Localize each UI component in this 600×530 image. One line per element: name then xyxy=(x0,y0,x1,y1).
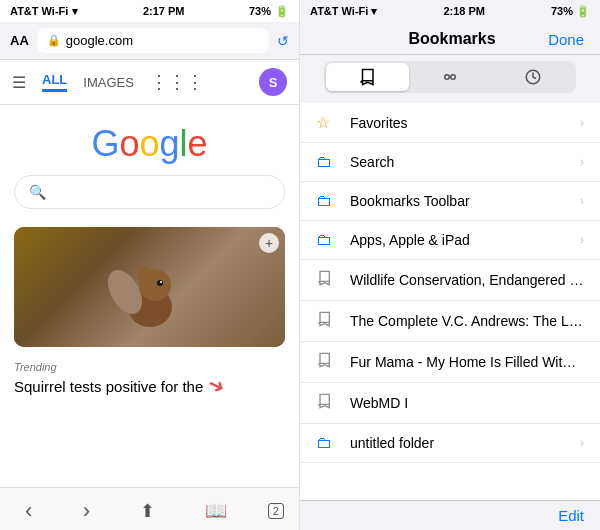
bookmarks-title: Bookmarks xyxy=(356,30,548,48)
carrier-info-right: AT&T Wi-Fi ▾ xyxy=(310,5,377,18)
squirrel-image: + xyxy=(14,227,285,347)
logo-l: l xyxy=(180,123,188,164)
bookmark-item-toolbar[interactable]: 🗀 Bookmarks Toolbar › xyxy=(300,182,600,221)
webmd-label: WebMD I xyxy=(350,395,584,411)
forward-button[interactable]: › xyxy=(73,496,100,526)
svg-point-2 xyxy=(138,266,150,282)
right-panel: AT&T Wi-Fi ▾ 2:18 PM 73% 🔋 Bookmarks Don… xyxy=(300,0,600,530)
plus-badge: + xyxy=(259,233,279,253)
search-label: Search xyxy=(350,154,580,170)
trending-section: Trending Squirrel tests positive for the… xyxy=(0,355,299,403)
nav-all[interactable]: ALL xyxy=(42,72,67,92)
nav-images[interactable]: IMAGES xyxy=(83,75,134,90)
wildlife-label: Wildlife Conservation, Endangered Sp... xyxy=(350,272,584,288)
svg-point-4 xyxy=(157,280,163,286)
furmama-book-icon xyxy=(316,352,340,372)
apps-label: Apps, Apple & iPad xyxy=(350,232,580,248)
segment-control-container xyxy=(300,55,600,103)
untitled-chevron: › xyxy=(580,436,584,450)
search-icon: 🔍 xyxy=(29,184,46,200)
toolbar-chevron: › xyxy=(580,194,584,208)
google-logo: Google xyxy=(0,105,299,175)
vcandrews-label: The Complete V.C. Andrews: The Libr... xyxy=(350,313,584,329)
battery-icon-right: 🔋 xyxy=(576,5,590,18)
favorites-label: Favorites xyxy=(350,115,580,131)
bookmark-item-vcAndrews[interactable]: The Complete V.C. Andrews: The Libr... xyxy=(300,301,600,342)
hamburger-icon[interactable]: ☰ xyxy=(12,73,26,92)
bookmark-item-webmd[interactable]: WebMD I xyxy=(300,383,600,424)
squirrel-svg xyxy=(100,237,200,337)
left-panel: AT&T Wi-Fi ▾ 2:17 PM 73% 🔋 AA 🔒 google.c… xyxy=(0,0,300,530)
reload-button[interactable]: ↺ xyxy=(277,33,289,49)
battery-icon-left: 🔋 xyxy=(275,5,289,18)
bookmark-item-furmama[interactable]: Fur Mama - My Home Is Filled With W... xyxy=(300,342,600,383)
trending-label: Trending xyxy=(14,361,285,373)
share-button[interactable]: ⬆ xyxy=(130,498,165,524)
apps-folder-icon: 🗀 xyxy=(316,231,340,249)
bookmarks-header: Bookmarks Done xyxy=(300,22,600,55)
bookmark-item-search[interactable]: 🗀 Search › xyxy=(300,143,600,182)
url-bar[interactable]: 🔒 google.com xyxy=(37,28,269,53)
carrier-info: AT&T Wi-Fi ▾ xyxy=(10,5,78,18)
user-avatar[interactable]: S xyxy=(259,68,287,96)
google-search-bar[interactable]: 🔍 xyxy=(14,175,285,209)
carrier-text: AT&T Wi-Fi xyxy=(10,5,68,17)
carrier-text-right: AT&T Wi-Fi xyxy=(310,5,368,17)
bookmarks-list: ☆ Favorites › 🗀 Search › 🗀 Bookmarks Too… xyxy=(300,103,600,500)
tab-reading-list[interactable] xyxy=(409,63,492,91)
bookmark-item-apps[interactable]: 🗀 Apps, Apple & iPad › xyxy=(300,221,600,260)
segment-control xyxy=(324,61,576,93)
wildlife-book-icon xyxy=(316,270,340,290)
toolbar-folder-icon: 🗀 xyxy=(316,192,340,210)
vcandrews-book-icon xyxy=(316,311,340,331)
status-bar-left: AT&T Wi-Fi ▾ 2:17 PM 73% 🔋 xyxy=(0,0,299,22)
done-button[interactable]: Done xyxy=(548,31,584,48)
favorites-chevron: › xyxy=(580,116,584,130)
battery-percent-right: 73% xyxy=(551,5,573,17)
aa-button[interactable]: AA xyxy=(10,33,29,48)
trending-headline: Squirrel tests positive for the xyxy=(14,378,203,395)
edit-button[interactable]: Edit xyxy=(558,507,584,524)
toolbar-label: Bookmarks Toolbar xyxy=(350,193,580,209)
bookmarks-button[interactable]: 📖 xyxy=(195,498,237,524)
untitled-label: untitled folder xyxy=(350,435,580,451)
back-button[interactable]: ‹ xyxy=(15,496,42,526)
bookmark-item-wildlife[interactable]: Wildlife Conservation, Endangered Sp... xyxy=(300,260,600,301)
time-left: 2:17 PM xyxy=(143,5,185,17)
nav-grid-icon[interactable]: ⋮⋮⋮ xyxy=(150,71,204,93)
battery-percent-left: 73% xyxy=(249,5,271,17)
svg-point-5 xyxy=(160,281,162,283)
webmd-book-icon xyxy=(316,393,340,413)
trending-arrow-icon: ➜ xyxy=(203,371,229,400)
favorites-icon: ☆ xyxy=(316,113,340,132)
trending-text: Squirrel tests positive for the ➜ xyxy=(14,373,285,397)
search-folder-icon: 🗀 xyxy=(316,153,340,171)
logo-e: e xyxy=(188,123,208,164)
svg-point-6 xyxy=(445,75,450,80)
battery-info-left: 73% 🔋 xyxy=(249,5,289,18)
status-bar-right: AT&T Wi-Fi ▾ 2:18 PM 73% 🔋 xyxy=(300,0,600,22)
svg-point-7 xyxy=(451,75,456,80)
wifi-icon: ▾ xyxy=(72,5,78,18)
battery-info-right: 73% 🔋 xyxy=(551,5,590,18)
tab-bookmarks[interactable] xyxy=(326,63,409,91)
tab-history[interactable] xyxy=(491,63,574,91)
untitled-folder-icon: 🗀 xyxy=(316,434,340,452)
search-chevron: › xyxy=(580,155,584,169)
bookmark-item-favorites[interactable]: ☆ Favorites › xyxy=(300,103,600,143)
furmama-label: Fur Mama - My Home Is Filled With W... xyxy=(350,354,584,370)
lock-icon: 🔒 xyxy=(47,34,61,47)
logo-o1: o xyxy=(119,123,139,164)
bookmark-item-untitled[interactable]: 🗀 untitled folder › xyxy=(300,424,600,463)
logo-g: G xyxy=(91,123,119,164)
browser-bar: AA 🔒 google.com ↺ xyxy=(0,22,299,60)
browser-bottom-bar: ‹ › ⬆ 📖 2 xyxy=(0,487,299,530)
apps-chevron: › xyxy=(580,233,584,247)
time-right: 2:18 PM xyxy=(443,5,485,17)
url-text: google.com xyxy=(66,33,133,48)
wifi-icon-right: ▾ xyxy=(371,5,377,18)
logo-g2: g xyxy=(160,123,180,164)
tabs-button[interactable]: 2 xyxy=(268,503,284,519)
google-nav: ☰ ALL IMAGES ⋮⋮⋮ S xyxy=(0,60,299,105)
logo-o2: o xyxy=(139,123,159,164)
